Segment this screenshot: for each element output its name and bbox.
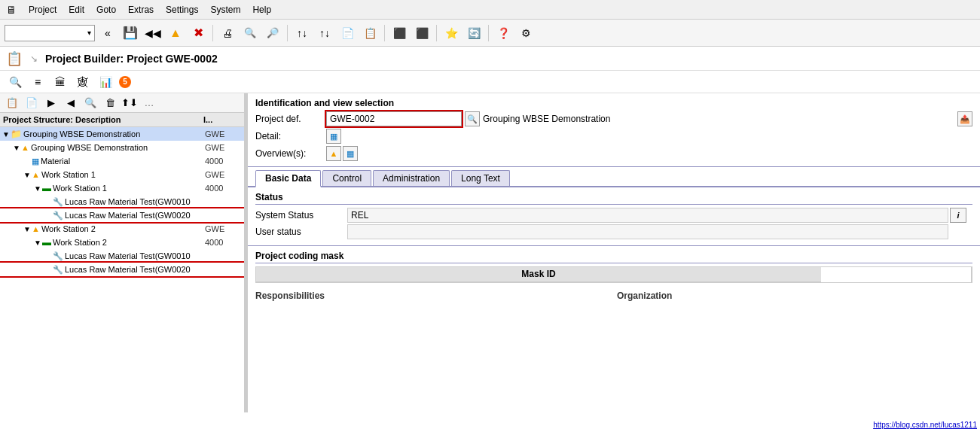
wrench-icon-6: 🔧 <box>53 211 63 221</box>
table-button[interactable]: 📊 <box>96 73 114 91</box>
menu-settings[interactable]: Settings <box>166 5 198 15</box>
cancel-button[interactable]: ✖ <box>188 23 208 43</box>
warning-icon-1: ▲ <box>21 143 29 152</box>
tree-toggle-1[interactable]: ▼ <box>12 144 21 152</box>
tree-item-9[interactable]: 🔧 Lucas Raw Material Test(GW0010 <box>0 249 244 263</box>
tree-item-5[interactable]: 🔧 Lucas Raw Material Test(GW0010 <box>0 195 244 208</box>
prev-button[interactable]: ◀◀ <box>143 23 163 43</box>
tree-btn5[interactable]: 🔍 <box>81 94 99 112</box>
command-input[interactable]: ▾ <box>5 25 95 41</box>
tree-btn4[interactable]: ◀ <box>62 94 80 112</box>
tree-item-7[interactable]: ▼ ▲ Work Station 2 GWE <box>0 222 244 236</box>
tree-toggle-8[interactable]: ▼ <box>33 239 42 247</box>
tree-id-2: 4000 <box>205 157 243 166</box>
detail-label: Detail: <box>255 131 323 141</box>
export-button[interactable]: 📤 <box>957 111 972 126</box>
left-panel: 📋 📄 ▶ ◀ 🔍 🗑 ⬆⬇ … Project Structure: Desc… <box>0 93 245 412</box>
tree-id-1: GWE <box>205 143 243 152</box>
system-status-value: REL <box>347 208 948 223</box>
network-icon-8: ▬ <box>42 237 51 248</box>
doc1-button[interactable]: 📄 <box>337 23 357 43</box>
window2-button[interactable]: ⬛ <box>412 23 432 43</box>
tree-item-3[interactable]: ▼ ▲ Work Station 1 GWE <box>0 168 244 181</box>
tree-toggle-0[interactable]: ▼ <box>2 130 11 138</box>
find-button[interactable]: 🔍 <box>240 23 260 43</box>
tree-label-0: Grouping WBSE Demonstration <box>23 129 205 138</box>
print-button[interactable]: 🖨 <box>218 23 237 43</box>
back-button[interactable]: « <box>98 23 118 43</box>
menu-help[interactable]: Help <box>252 5 271 15</box>
project-def-input[interactable] <box>326 111 462 126</box>
user-status-value <box>347 224 948 239</box>
up-arrow-button[interactable]: ↑↓ <box>292 23 312 43</box>
doc2-button[interactable]: 📋 <box>360 23 380 43</box>
help-button[interactable]: ❓ <box>493 23 513 43</box>
tree-btn6[interactable]: 🗑 <box>101 94 119 112</box>
refresh-button[interactable]: 🔄 <box>464 23 484 43</box>
overview-label: Overview(s): <box>255 148 323 159</box>
menu-goto[interactable]: Goto <box>96 5 116 15</box>
network-icon-4: ▬ <box>42 183 51 193</box>
secondary-toolbar: 🔍 ≡ 🏛 🕸 📊 5 <box>0 71 980 93</box>
down-arrow-button[interactable]: ↑↓ <box>315 23 334 43</box>
tree-btn2[interactable]: 📄 <box>23 94 41 112</box>
tab-control[interactable]: Control <box>322 170 371 186</box>
status-info-button[interactable]: i <box>950 208 966 223</box>
bookmark-button[interactable]: ⭐ <box>441 23 461 43</box>
tree-toggle-4[interactable]: ▼ <box>33 184 42 193</box>
menu-extras[interactable]: Extras <box>128 5 154 15</box>
network-button[interactable]: 🕸 <box>74 73 92 91</box>
tab-bar: Basic Data Control Administration Long T… <box>248 167 980 187</box>
detail-grid-icon[interactable]: ▦ <box>326 129 341 144</box>
project-def-desc: Grouping WBSE Demonstration <box>483 114 610 124</box>
tree-item-8[interactable]: ▼ ▬ Work Station 2 4000 <box>0 236 244 249</box>
tree-btn8[interactable]: … <box>140 94 158 112</box>
tree-label-4: Work Station 1 <box>53 184 205 193</box>
mask-id-value[interactable] <box>821 267 972 282</box>
tab-administration[interactable]: Administration <box>373 170 450 186</box>
tree-btn1[interactable]: 📋 <box>3 94 21 112</box>
tab-long-text[interactable]: Long Text <box>451 170 510 186</box>
search-project-button[interactable]: 🔍 <box>465 111 480 126</box>
tree-col-id: I... <box>203 115 241 124</box>
tree-id-4: 4000 <box>205 184 243 193</box>
title-separator: ↘ <box>30 53 38 64</box>
tree-btn3[interactable]: ▶ <box>42 94 60 112</box>
status-section: Status System Status REL i User status <box>248 187 980 246</box>
project-coding-section: Project coding mask Mask ID <box>248 246 980 287</box>
menu-project[interactable]: Project <box>29 5 56 15</box>
list-button[interactable]: ≡ <box>29 73 47 91</box>
tree-col-desc: Project Structure: Description <box>3 115 200 124</box>
up-button[interactable]: ▲ <box>166 23 185 43</box>
tree-item-1[interactable]: ▼ ▲ Grouping WBSE Demonstration GWE <box>0 141 244 154</box>
mask-id-header: Mask ID <box>256 267 821 282</box>
tab-basic-data[interactable]: Basic Data <box>255 170 321 187</box>
responsibilities-section: Responsibilities Organization <box>248 287 980 304</box>
find-next-button[interactable]: 🔎 <box>263 23 282 43</box>
tree-item-0[interactable]: ▼ 📁 Grouping WBSE Demonstration GWE <box>0 127 244 141</box>
magnifier-button[interactable]: 🔍 <box>6 73 24 91</box>
hierarchy-button[interactable]: 🏛 <box>51 73 69 91</box>
menu-system[interactable]: System <box>210 5 240 15</box>
tree-label-9: Lucas Raw Material Test(GW0010 <box>65 251 243 260</box>
tree-label-10: Lucas Raw Material Test(GW0020 <box>65 265 243 274</box>
tree-toggle-3[interactable]: ▼ <box>23 171 32 179</box>
tree-item-2[interactable]: ▦ Material 4000 <box>0 154 244 168</box>
window1-button[interactable]: ⬛ <box>389 23 409 43</box>
tree-item-4[interactable]: ▼ ▬ Work Station 1 4000 <box>0 181 244 195</box>
toolbar: ▾ « 💾 ◀◀ ▲ ✖ 🖨 🔍 🔎 ↑↓ ↑↓ 📄 📋 ⬛ ⬛ ⭐ 🔄 ❓ ⚙ <box>0 20 980 47</box>
overview-grid-icon[interactable]: ▦ <box>343 146 358 161</box>
title-icon: 📋 <box>6 50 23 67</box>
right-panel: Identification and view selection Projec… <box>248 93 980 412</box>
settings-button[interactable]: ⚙ <box>516 23 536 43</box>
tree-btn7[interactable]: ⬆⬇ <box>121 94 139 112</box>
save-button[interactable]: 💾 <box>121 23 140 43</box>
tree-item-6[interactable]: 🔧 Lucas Raw Material Test(GW0020 <box>0 208 244 222</box>
separator2 <box>287 25 288 41</box>
tree-item-10[interactable]: 🔧 Lucas Raw Material Test(GW0020 <box>0 263 244 276</box>
tree-toggle-7[interactable]: ▼ <box>23 225 32 233</box>
menu-edit[interactable]: Edit <box>69 5 84 15</box>
separator <box>212 25 213 41</box>
tree-label-2: Material <box>41 157 205 166</box>
overview-warning-icon[interactable]: ▲ <box>326 146 341 161</box>
